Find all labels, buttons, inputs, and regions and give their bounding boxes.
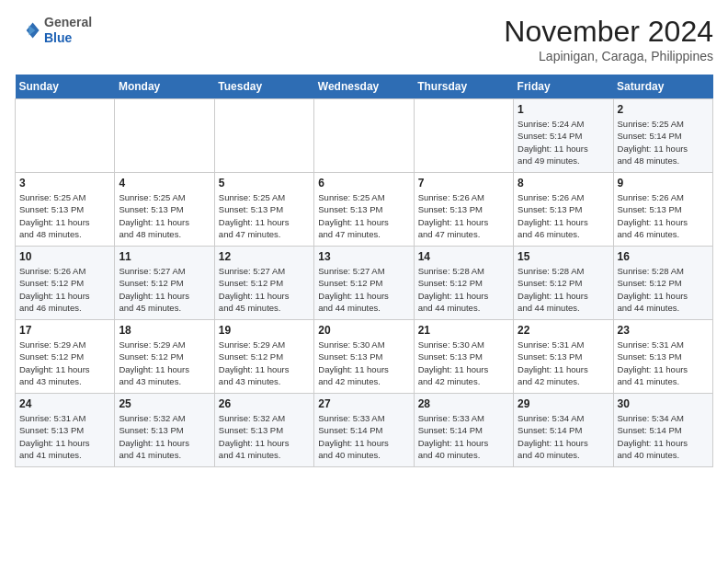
day-info: Sunrise: 5:26 AMSunset: 5:13 PMDaylight:…	[618, 191, 709, 240]
calendar-cell: 26Sunrise: 5:32 AMSunset: 5:13 PMDayligh…	[214, 394, 313, 467]
calendar-cell: 27Sunrise: 5:33 AMSunset: 5:14 PMDayligh…	[314, 394, 414, 467]
day-number: 19	[219, 324, 310, 337]
day-info: Sunrise: 5:29 AMSunset: 5:12 PMDaylight:…	[119, 339, 210, 387]
day-info: Sunrise: 5:25 AMSunset: 5:14 PMDaylight:…	[618, 118, 709, 167]
day-info: Sunrise: 5:29 AMSunset: 5:12 PMDaylight:…	[219, 339, 310, 387]
day-number: 20	[318, 324, 409, 337]
day-number: 1	[518, 103, 609, 116]
day-number: 16	[618, 250, 709, 263]
day-info: Sunrise: 5:30 AMSunset: 5:13 PMDaylight:…	[318, 339, 409, 387]
day-number: 5	[219, 177, 310, 190]
calendar-week-5: 24Sunrise: 5:31 AMSunset: 5:13 PMDayligh…	[16, 394, 713, 467]
calendar-cell: 22Sunrise: 5:31 AMSunset: 5:13 PMDayligh…	[514, 320, 613, 394]
calendar-cell: 6Sunrise: 5:25 AMSunset: 5:13 PMDaylight…	[314, 173, 414, 247]
calendar-cell: 1Sunrise: 5:24 AMSunset: 5:14 PMDaylight…	[514, 99, 613, 173]
day-number: 7	[418, 177, 509, 190]
day-info: Sunrise: 5:32 AMSunset: 5:13 PMDaylight:…	[219, 412, 310, 461]
day-info: Sunrise: 5:25 AMSunset: 5:13 PMDaylight:…	[219, 191, 310, 240]
calendar-cell: 15Sunrise: 5:28 AMSunset: 5:12 PMDayligh…	[514, 247, 613, 320]
calendar-header: SundayMondayTuesdayWednesdayThursdayFrid…	[16, 75, 713, 99]
day-info: Sunrise: 5:28 AMSunset: 5:12 PMDaylight:…	[518, 265, 609, 314]
day-info: Sunrise: 5:25 AMSunset: 5:13 PMDaylight:…	[318, 191, 409, 240]
calendar-cell: 9Sunrise: 5:26 AMSunset: 5:13 PMDaylight…	[613, 173, 712, 247]
calendar-cell: 29Sunrise: 5:34 AMSunset: 5:14 PMDayligh…	[514, 394, 613, 467]
calendar-cell: 4Sunrise: 5:25 AMSunset: 5:13 PMDaylight…	[115, 173, 214, 247]
calendar-week-1: 1Sunrise: 5:24 AMSunset: 5:14 PMDaylight…	[16, 99, 713, 173]
calendar-cell: 14Sunrise: 5:28 AMSunset: 5:12 PMDayligh…	[414, 247, 513, 320]
day-number: 24	[19, 397, 110, 410]
day-info: Sunrise: 5:26 AMSunset: 5:12 PMDaylight:…	[19, 265, 110, 314]
calendar-cell	[314, 99, 414, 173]
calendar-table: SundayMondayTuesdayWednesdayThursdayFrid…	[15, 75, 713, 467]
day-info: Sunrise: 5:34 AMSunset: 5:14 PMDaylight:…	[518, 412, 609, 461]
location-subtitle: Lapinigan, Caraga, Philippines	[504, 49, 713, 63]
day-info: Sunrise: 5:26 AMSunset: 5:13 PMDaylight:…	[418, 191, 509, 240]
calendar-cell: 20Sunrise: 5:30 AMSunset: 5:13 PMDayligh…	[314, 320, 414, 394]
weekday-header-tuesday: Tuesday	[214, 75, 313, 99]
calendar-cell: 24Sunrise: 5:31 AMSunset: 5:13 PMDayligh…	[16, 394, 115, 467]
calendar-cell: 10Sunrise: 5:26 AMSunset: 5:12 PMDayligh…	[16, 247, 115, 320]
day-number: 30	[618, 397, 709, 410]
day-info: Sunrise: 5:27 AMSunset: 5:12 PMDaylight:…	[318, 265, 409, 314]
logo-icon	[15, 17, 40, 43]
calendar-week-2: 3Sunrise: 5:25 AMSunset: 5:13 PMDaylight…	[16, 173, 713, 247]
day-info: Sunrise: 5:28 AMSunset: 5:12 PMDaylight:…	[418, 265, 509, 314]
day-info: Sunrise: 5:25 AMSunset: 5:13 PMDaylight:…	[19, 191, 110, 240]
day-info: Sunrise: 5:28 AMSunset: 5:12 PMDaylight:…	[618, 265, 709, 314]
day-number: 13	[318, 250, 409, 263]
weekday-header-monday: Monday	[115, 75, 214, 99]
calendar-cell: 21Sunrise: 5:30 AMSunset: 5:13 PMDayligh…	[414, 320, 513, 394]
calendar-cell: 11Sunrise: 5:27 AMSunset: 5:12 PMDayligh…	[115, 247, 214, 320]
calendar-cell: 17Sunrise: 5:29 AMSunset: 5:12 PMDayligh…	[16, 320, 115, 394]
day-number: 28	[418, 397, 509, 410]
day-info: Sunrise: 5:31 AMSunset: 5:13 PMDaylight:…	[19, 412, 110, 461]
day-info: Sunrise: 5:31 AMSunset: 5:13 PMDaylight:…	[618, 339, 709, 387]
day-info: Sunrise: 5:25 AMSunset: 5:13 PMDaylight:…	[119, 191, 210, 240]
day-number: 21	[418, 324, 509, 337]
day-number: 17	[19, 324, 110, 337]
page-header: General Blue November 2024 Lapinigan, Ca…	[15, 15, 713, 63]
calendar-cell: 13Sunrise: 5:27 AMSunset: 5:12 PMDayligh…	[314, 247, 414, 320]
day-number: 25	[119, 397, 210, 410]
day-info: Sunrise: 5:26 AMSunset: 5:13 PMDaylight:…	[518, 191, 609, 240]
calendar-cell	[414, 99, 513, 173]
day-info: Sunrise: 5:27 AMSunset: 5:12 PMDaylight:…	[119, 265, 210, 314]
day-number: 8	[518, 177, 609, 190]
calendar-cell: 5Sunrise: 5:25 AMSunset: 5:13 PMDaylight…	[214, 173, 313, 247]
calendar-cell: 3Sunrise: 5:25 AMSunset: 5:13 PMDaylight…	[16, 173, 115, 247]
day-info: Sunrise: 5:33 AMSunset: 5:14 PMDaylight:…	[418, 412, 509, 461]
day-number: 23	[618, 324, 709, 337]
day-number: 27	[318, 397, 409, 410]
day-number: 14	[418, 250, 509, 263]
day-number: 6	[318, 177, 409, 190]
day-info: Sunrise: 5:30 AMSunset: 5:13 PMDaylight:…	[418, 339, 509, 387]
calendar-week-4: 17Sunrise: 5:29 AMSunset: 5:12 PMDayligh…	[16, 320, 713, 394]
day-number: 22	[518, 324, 609, 337]
day-info: Sunrise: 5:33 AMSunset: 5:14 PMDaylight:…	[318, 412, 409, 461]
calendar-cell	[16, 99, 115, 173]
weekday-header-sunday: Sunday	[16, 75, 115, 99]
day-info: Sunrise: 5:34 AMSunset: 5:14 PMDaylight:…	[618, 412, 709, 461]
month-year-title: November 2024	[504, 15, 713, 49]
weekday-header-thursday: Thursday	[414, 75, 513, 99]
calendar-week-3: 10Sunrise: 5:26 AMSunset: 5:12 PMDayligh…	[16, 247, 713, 320]
calendar-cell: 16Sunrise: 5:28 AMSunset: 5:12 PMDayligh…	[613, 247, 712, 320]
calendar-cell	[115, 99, 214, 173]
day-number: 18	[119, 324, 210, 337]
calendar-cell: 25Sunrise: 5:32 AMSunset: 5:13 PMDayligh…	[115, 394, 214, 467]
day-number: 15	[518, 250, 609, 263]
calendar-cell: 7Sunrise: 5:26 AMSunset: 5:13 PMDaylight…	[414, 173, 513, 247]
day-number: 3	[19, 177, 110, 190]
day-number: 12	[219, 250, 310, 263]
day-info: Sunrise: 5:29 AMSunset: 5:12 PMDaylight:…	[19, 339, 110, 387]
calendar-cell: 18Sunrise: 5:29 AMSunset: 5:12 PMDayligh…	[115, 320, 214, 394]
calendar-cell: 8Sunrise: 5:26 AMSunset: 5:13 PMDaylight…	[514, 173, 613, 247]
day-info: Sunrise: 5:31 AMSunset: 5:13 PMDaylight:…	[518, 339, 609, 387]
day-number: 26	[219, 397, 310, 410]
weekday-header-wednesday: Wednesday	[314, 75, 414, 99]
title-block: November 2024 Lapinigan, Caraga, Philipp…	[504, 15, 713, 63]
logo: General Blue	[15, 15, 92, 46]
day-number: 11	[119, 250, 210, 263]
day-number: 10	[19, 250, 110, 263]
calendar-cell: 28Sunrise: 5:33 AMSunset: 5:14 PMDayligh…	[414, 394, 513, 467]
